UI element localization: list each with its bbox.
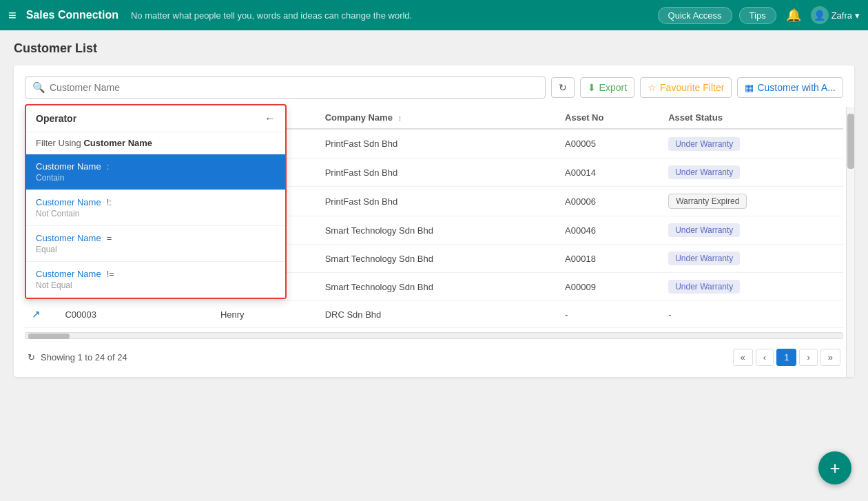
status-badge: Warranty Expired: [668, 194, 747, 209]
cell-asset-status: Under Warranty: [661, 129, 843, 159]
cell-asset-status: Under Warranty: [661, 159, 843, 187]
cell-asset-no: A00005: [558, 129, 661, 159]
user-menu[interactable]: 👤 Zafra ▾: [811, 6, 860, 24]
cell-asset-no: A00018: [558, 245, 661, 273]
table-row: ↗ C00003 Henry DRC Sdn Bhd - -: [25, 301, 843, 328]
search-icon: 🔍: [32, 81, 45, 94]
bell-icon[interactable]: 🔔: [786, 8, 801, 23]
filter-button[interactable]: ▦ Customer with A...: [737, 77, 843, 98]
operator-item[interactable]: Customer Name != Not Equal: [26, 262, 285, 298]
pagination-right: « ‹ 1 › »: [733, 349, 840, 366]
favourite-icon: ☆: [648, 82, 657, 93]
op-item-operator: !:: [107, 197, 112, 207]
cell-company: DRC Sdn Bhd: [318, 301, 558, 328]
pagination-bar: ↻ Showing 1 to 24 of 24 « ‹ 1 › »: [25, 342, 843, 366]
menu-icon[interactable]: ≡: [8, 8, 17, 23]
user-dropdown-icon: ▾: [855, 10, 860, 21]
op-item-subtitle: Not Equal: [36, 280, 276, 290]
favourite-filter-button[interactable]: ☆ Favourite Filter: [640, 77, 732, 98]
cell-asset-status: Under Warranty: [661, 273, 843, 301]
brand-name: Sales Connection: [26, 9, 118, 21]
topnav: ≡ Sales Connection No matter what people…: [0, 0, 868, 30]
operator-item[interactable]: Customer Name : Contain: [26, 154, 285, 190]
op-item-operator: =: [107, 233, 112, 243]
operator-back-button[interactable]: ←: [265, 112, 276, 125]
cell-asset-no: A00014: [558, 159, 661, 187]
export-button[interactable]: ⬇ Export: [580, 77, 634, 98]
status-empty: -: [668, 309, 671, 320]
cell-company: Smart Technology Sdn Bhd: [318, 245, 558, 273]
cell-asset-status: Under Warranty: [661, 216, 843, 245]
op-item-subtitle: Contain: [36, 173, 276, 183]
cell-company: PrintFast Sdn Bhd: [318, 129, 558, 159]
tips-button[interactable]: Tips: [739, 7, 776, 24]
col-asset-no: Asset No: [558, 107, 661, 129]
page-content: Customer List 🔍 ↻ ⬇ Export ☆ Favourite F…: [0, 30, 868, 388]
operator-item[interactable]: Customer Name !: Not Contain: [26, 190, 285, 226]
vertical-scrollbar[interactable]: [846, 107, 854, 377]
vertical-scrollbar-thumb[interactable]: [847, 114, 854, 169]
cell-company: PrintFast Sdn Bhd: [318, 187, 558, 216]
main-card: 🔍 ↻ ⬇ Export ☆ Favourite Filter ▦ Custom…: [14, 65, 854, 377]
op-item-subtitle: Not Contain: [36, 209, 276, 218]
quick-access-button[interactable]: Quick Access: [658, 7, 732, 24]
tagline: No matter what people tell you, words an…: [131, 10, 651, 21]
search-input[interactable]: [50, 82, 538, 93]
cell-asset-no: -: [558, 301, 661, 328]
cell-asset-status: -: [661, 301, 843, 328]
operator-filter-field: Customer Name: [83, 138, 152, 148]
filter-icon: ▦: [745, 82, 754, 93]
op-item-name: Customer Name: [36, 161, 101, 172]
status-badge: Under Warranty: [668, 165, 740, 179]
pagination-left: ↻ Showing 1 to 24 of 24: [28, 352, 127, 362]
cell-customer-name: Henry: [214, 301, 318, 328]
cell-asset-status: Under Warranty: [661, 245, 843, 273]
op-item-operator: :: [107, 161, 110, 172]
refresh-icon-pagination[interactable]: ↻: [28, 352, 35, 362]
horizontal-scrollbar-thumb[interactable]: [28, 334, 70, 339]
op-item-name: Customer Name: [36, 197, 101, 207]
showing-text: Showing 1 to 24 of 24: [41, 352, 127, 362]
col-company[interactable]: Company Name ↕: [318, 107, 558, 129]
op-item-operator: !=: [107, 269, 114, 279]
cell-hash: ↗: [25, 301, 58, 328]
prev-page-button[interactable]: ‹: [756, 349, 774, 366]
operator-filter-label: Filter Using Customer Name: [26, 132, 285, 154]
op-item-subtitle: Equal: [36, 245, 276, 254]
search-box[interactable]: 🔍: [25, 76, 546, 99]
status-badge: Under Warranty: [668, 252, 740, 265]
refresh-icon: ↻: [559, 82, 567, 93]
user-avatar-icon: 👤: [811, 6, 829, 24]
horizontal-scrollbar[interactable]: [25, 332, 843, 339]
current-page-button[interactable]: 1: [776, 349, 796, 366]
last-page-button[interactable]: »: [820, 349, 840, 366]
refresh-button[interactable]: ↻: [551, 77, 575, 98]
operator-dropdown: Operator ← Filter Using Customer Name Cu…: [25, 104, 287, 299]
sort-arrows-company: ↕: [398, 114, 402, 122]
operator-dropdown-header: Operator ←: [26, 105, 285, 132]
fab-add-button[interactable]: +: [818, 451, 851, 484]
op-item-name: Customer Name: [36, 233, 101, 243]
user-name: Zafra: [831, 10, 852, 21]
op-item-name: Customer Name: [36, 269, 101, 279]
row-link-icon[interactable]: ↗: [32, 308, 41, 320]
col-asset-status: Asset Status: [661, 107, 843, 129]
export-icon: ⬇: [588, 82, 596, 93]
operator-title: Operator: [36, 113, 76, 124]
cell-customer-no: C00003: [58, 301, 213, 328]
filter-label: Customer with A...: [757, 82, 836, 93]
cell-asset-no: A00046: [558, 216, 661, 245]
operator-item[interactable]: Customer Name = Equal: [26, 226, 285, 262]
export-label: Export: [599, 82, 627, 93]
toolbar: 🔍 ↻ ⬇ Export ☆ Favourite Filter ▦ Custom…: [25, 76, 843, 99]
status-badge: Under Warranty: [668, 137, 740, 151]
status-badge: Under Warranty: [668, 280, 740, 294]
cell-asset-no: A00006: [558, 187, 661, 216]
status-badge: Under Warranty: [668, 223, 740, 237]
favourite-label: Favourite Filter: [660, 82, 724, 93]
next-page-button[interactable]: ›: [799, 349, 817, 366]
first-page-button[interactable]: «: [733, 349, 753, 366]
page-title: Customer List: [14, 41, 854, 56]
cell-asset-status: Warranty Expired: [661, 187, 843, 216]
cell-asset-no: A00009: [558, 273, 661, 301]
